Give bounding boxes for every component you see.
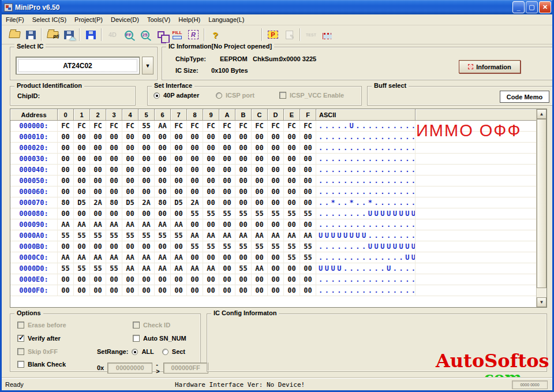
- byte-cell[interactable]: 00: [122, 143, 138, 154]
- byte-cell[interactable]: 55: [187, 241, 203, 252]
- byte-cell[interactable]: AA: [219, 230, 235, 241]
- byte-cell[interactable]: 00: [155, 154, 171, 165]
- byte-cell[interactable]: 55: [268, 241, 284, 252]
- byte-cell[interactable]: 00: [252, 176, 268, 186]
- scrollbar-thumb[interactable]: [537, 119, 546, 288]
- byte-cell[interactable]: 00: [300, 197, 316, 208]
- byte-cell[interactable]: 55: [171, 230, 187, 241]
- byte-cell[interactable]: 00: [252, 219, 268, 230]
- byte-cell[interactable]: 00: [268, 154, 284, 165]
- byte-cell[interactable]: 00: [284, 176, 300, 186]
- byte-cell[interactable]: 00: [122, 176, 138, 186]
- byte-cell[interactable]: AA: [155, 121, 171, 132]
- scroll-down-button[interactable]: ▼: [537, 297, 546, 307]
- byte-cell[interactable]: AA: [300, 230, 316, 241]
- table-row[interactable]: 0000D0:55555555AAAAAAAAAAAA0055AA000000U…: [10, 263, 536, 274]
- ic-combobox-value[interactable]: AT24C02: [16, 57, 140, 74]
- checkbox-auto-sn-num[interactable]: Auto SN_NUM: [133, 335, 186, 342]
- byte-cell[interactable]: 00: [106, 285, 122, 296]
- byte-cell[interactable]: 00: [235, 186, 252, 197]
- byte-cell[interactable]: AA: [74, 219, 90, 230]
- byte-cell[interactable]: 00: [138, 176, 155, 186]
- byte-cell[interactable]: 55: [58, 230, 74, 241]
- byte-cell[interactable]: AA: [106, 252, 122, 263]
- byte-cell[interactable]: AA: [155, 219, 171, 230]
- byte-cell[interactable]: 00: [155, 285, 171, 296]
- byte-cell[interactable]: 00: [171, 208, 187, 219]
- byte-cell[interactable]: 00: [284, 274, 300, 285]
- byte-cell[interactable]: 00: [268, 143, 284, 154]
- byte-cell[interactable]: 00: [268, 252, 284, 263]
- byte-cell[interactable]: 00: [138, 285, 155, 296]
- byte-cell[interactable]: 00: [155, 165, 171, 176]
- byte-cell[interactable]: 00: [155, 241, 171, 252]
- byte-cell[interactable]: 55: [138, 230, 155, 241]
- byte-cell[interactable]: AA: [122, 219, 138, 230]
- byte-cell[interactable]: 00: [187, 252, 203, 263]
- byte-cell[interactable]: 00: [106, 241, 122, 252]
- byte-cell[interactable]: FC: [235, 121, 252, 132]
- byte-cell[interactable]: 00: [187, 219, 203, 230]
- byte-cell[interactable]: 55: [235, 241, 252, 252]
- byte-cell[interactable]: 00: [268, 285, 284, 296]
- byte-cell[interactable]: 55: [155, 230, 171, 241]
- byte-cell[interactable]: 00: [155, 274, 171, 285]
- byte-cell[interactable]: 00: [300, 165, 316, 176]
- byte-cell[interactable]: 00: [219, 132, 235, 143]
- byte-cell[interactable]: 00: [203, 274, 219, 285]
- byte-cell[interactable]: 00: [284, 219, 300, 230]
- byte-cell[interactable]: 55: [252, 241, 268, 252]
- byte-cell[interactable]: 00: [171, 186, 187, 197]
- byte-cell[interactable]: 00: [203, 176, 219, 186]
- byte-cell[interactable]: 00: [219, 186, 235, 197]
- byte-cell[interactable]: AA: [235, 230, 252, 241]
- byte-cell[interactable]: 00: [219, 263, 235, 274]
- byte-cell[interactable]: 00: [138, 241, 155, 252]
- radio-button-icon[interactable]: [154, 92, 160, 99]
- byte-cell[interactable]: AA: [203, 230, 219, 241]
- byte-cell[interactable]: 00: [203, 132, 219, 143]
- menu-help[interactable]: Help(H): [174, 15, 204, 24]
- byte-cell[interactable]: AA: [187, 263, 203, 274]
- byte-cell[interactable]: 00: [219, 197, 235, 208]
- byte-cell[interactable]: 00: [219, 252, 235, 263]
- byte-cell[interactable]: 00: [252, 132, 268, 143]
- table-row[interactable]: 000070:80D52A80D52A80D52A00000000000000.…: [10, 197, 536, 208]
- byte-cell[interactable]: 00: [268, 165, 284, 176]
- byte-cell[interactable]: 00: [219, 285, 235, 296]
- byte-cell[interactable]: 55: [74, 263, 90, 274]
- byte-cell[interactable]: AA: [58, 219, 74, 230]
- byte-cell[interactable]: FC: [74, 121, 90, 132]
- byte-cell[interactable]: 00: [74, 186, 90, 197]
- byte-cell[interactable]: FC: [203, 121, 219, 132]
- range-to-input[interactable]: [163, 363, 208, 374]
- byte-cell[interactable]: FC: [187, 121, 203, 132]
- ic-combobox[interactable]: AT24C02 ▼: [16, 57, 154, 74]
- radio-range-sect[interactable]: [162, 349, 169, 355]
- byte-cell[interactable]: 00: [252, 186, 268, 197]
- byte-cell[interactable]: 00: [203, 143, 219, 154]
- radio-range-all[interactable]: [132, 349, 138, 355]
- byte-cell[interactable]: 00: [284, 197, 300, 208]
- byte-cell[interactable]: 00: [74, 165, 90, 176]
- byte-cell[interactable]: FC: [106, 121, 122, 132]
- byte-cell[interactable]: 00: [284, 186, 300, 197]
- table-row[interactable]: 0000A0:5555555555555555AAAAAAAAAAAAAAAAU…: [10, 230, 536, 241]
- byte-cell[interactable]: 00: [122, 132, 138, 143]
- byte-cell[interactable]: 00: [219, 274, 235, 285]
- byte-cell[interactable]: D5: [74, 197, 90, 208]
- byte-cell[interactable]: 55: [58, 263, 74, 274]
- byte-cell[interactable]: AA: [138, 263, 155, 274]
- byte-cell[interactable]: 80: [106, 197, 122, 208]
- byte-cell[interactable]: 00: [219, 176, 235, 186]
- byte-cell[interactable]: 55: [90, 263, 106, 274]
- byte-cell[interactable]: 00: [219, 143, 235, 154]
- checkbox-icon[interactable]: [17, 335, 24, 342]
- byte-cell[interactable]: AA: [187, 230, 203, 241]
- byte-cell[interactable]: 55: [235, 263, 252, 274]
- byte-cell[interactable]: 00: [138, 143, 155, 154]
- byte-cell[interactable]: AA: [122, 252, 138, 263]
- byte-cell[interactable]: FC: [90, 121, 106, 132]
- byte-cell[interactable]: 00: [203, 219, 219, 230]
- byte-cell[interactable]: 00: [74, 143, 90, 154]
